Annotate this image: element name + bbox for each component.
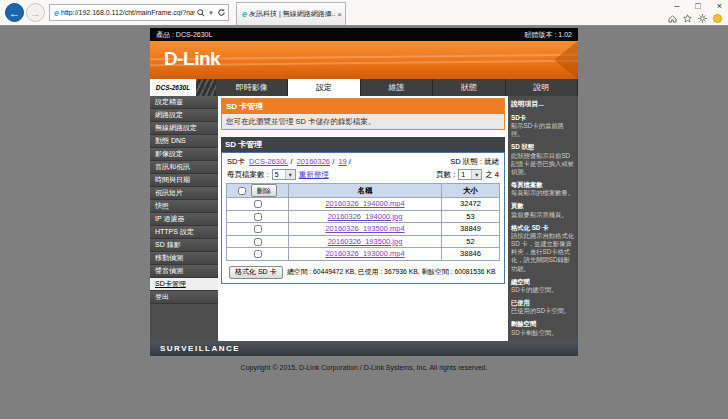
format-sd-button[interactable]: 格式化 SD 卡 <box>229 266 283 279</box>
breadcrumb-separator: / <box>332 157 334 166</box>
address-url[interactable]: http://192.168.0.112/cht/mainFrame.cgi?n… <box>61 9 195 16</box>
help-heading: 頁數 <box>511 202 575 210</box>
file-size: 53 <box>442 210 500 223</box>
favorites-star-icon[interactable] <box>683 14 692 23</box>
home-icon[interactable] <box>668 15 677 23</box>
search-icon[interactable] <box>197 9 205 17</box>
help-body: 已使用的SD卡空間。 <box>511 307 575 315</box>
help-heading: SD卡 <box>511 114 575 122</box>
row-checkbox[interactable] <box>254 225 262 233</box>
tab-maintenance[interactable]: 維護 <box>361 79 433 96</box>
breadcrumb-link-root[interactable]: DCS-2630L <box>249 157 288 166</box>
breadcrumb-prefix: SD卡 <box>227 157 245 166</box>
file-link[interactable]: 20160326_194000.mp4 <box>325 199 404 208</box>
row-checkbox[interactable] <box>254 250 262 258</box>
tab-setup[interactable]: 設定 <box>288 79 360 96</box>
breadcrumb-separator: / <box>290 157 292 166</box>
sidebar-item-dynamic-dns[interactable]: 動態 DNS <box>150 135 218 148</box>
dlink-banner: D-Link <box>150 41 578 79</box>
section-title: SD 卡管理 <box>221 137 505 152</box>
select-all-checkbox[interactable] <box>238 187 246 195</box>
file-link[interactable]: 20160326_193000.mp4 <box>325 249 404 258</box>
window-minimize-button[interactable]: – <box>674 1 679 11</box>
row-checkbox[interactable] <box>254 238 262 246</box>
browser-tab[interactable]: e 友訊科技 | 無線網路網路攝... × <box>236 2 346 25</box>
window-close-button[interactable]: × <box>717 1 722 11</box>
table-row: 20160326_193500.jpg 52 <box>227 235 500 248</box>
file-size: 32472 <box>442 198 500 211</box>
sd-management-panel: SD卡 DCS-2630L / 20160326 / 19 / SD 狀態 : … <box>221 152 505 284</box>
table-header-row: 刪除 名稱 大小 <box>227 184 500 198</box>
sidebar-item-ip-filter[interactable]: IP 過濾器 <box>150 213 218 226</box>
sd-status: SD 狀態 : 就緒 <box>450 157 499 167</box>
tab-help[interactable]: 說明 <box>506 79 578 96</box>
files-per-page-select[interactable]: 5 ▼ <box>272 169 296 180</box>
browser-forward-button[interactable]: → <box>26 3 45 22</box>
breadcrumb-link-date[interactable]: 20160326 <box>297 157 330 166</box>
sidebar-item-audio-video[interactable]: 音訊和視訊 <box>150 161 218 174</box>
file-size: 38846 <box>442 248 500 261</box>
sidebar-item-motion-detection[interactable]: 移動偵測 <box>150 252 218 265</box>
page-number-select[interactable]: 1 ▼ <box>458 169 482 180</box>
sidebar-item-video-clip[interactable]: 視訊短片 <box>150 187 218 200</box>
help-body: SD卡的總空間。 <box>511 286 575 294</box>
browser-back-button[interactable]: ← <box>5 3 24 22</box>
sidebar-menu: 設定精靈 網路設定 無線網路設定 動態 DNS 影像設定 音訊和視訊 時間與日期… <box>150 96 218 341</box>
help-body: 請按此圖示自動格式化SD 卡，並建立影像資料夾，進行SD卡格式化，請先關閉SD錄… <box>511 232 575 273</box>
help-body: 顯示SD卡的當前路徑。 <box>511 122 575 138</box>
firmware-label: 韌體版本 : 1.02 <box>525 30 572 40</box>
sidebar-item-sound-detection[interactable]: 聲音偵測 <box>150 265 218 278</box>
browser-chrome: ← → e http://192.168.0.112/cht/mainFrame… <box>0 0 728 26</box>
file-table: 刪除 名稱 大小 20160326_194000.mp4 32472 20160… <box>226 183 500 261</box>
sidebar-item-time-date[interactable]: 時間與日期 <box>150 174 218 187</box>
sidebar-item-image-setup[interactable]: 影像設定 <box>150 148 218 161</box>
sidebar-item-sd-management[interactable]: SD卡管理 <box>150 278 218 291</box>
page-of-label: 之 <box>485 170 493 180</box>
settings-gear-icon[interactable] <box>698 14 707 23</box>
help-panel: 說明項目... SD卡 顯示SD卡的當前路徑。 SD 狀態 此狀態會顯示目前SD… <box>508 96 578 341</box>
ie-icon: e <box>54 8 59 18</box>
row-checkbox[interactable] <box>254 213 262 221</box>
tab-close-icon[interactable]: × <box>337 10 342 19</box>
tab-status[interactable]: 狀態 <box>433 79 505 96</box>
file-link[interactable]: 20160326_193500.jpg <box>328 237 403 246</box>
main-content: SD 卡管理 您可在此瀏覽並管理 SD 卡儲存的錄影檔案。 SD 卡管理 SD卡… <box>218 96 508 341</box>
refresh-icon[interactable] <box>217 8 226 17</box>
feedback-smiley-icon[interactable] <box>713 14 722 23</box>
chevron-down-icon[interactable]: ▼ <box>471 170 481 179</box>
table-row: 20160326_194000.jpg 53 <box>227 210 500 223</box>
file-link[interactable]: 20160326_193500.mp4 <box>325 224 404 233</box>
sidebar-item-setup-wizard[interactable]: 設定精靈 <box>150 96 218 109</box>
stripes-decoration <box>196 79 216 96</box>
refresh-link[interactable]: 重新整理 <box>299 170 329 180</box>
chevron-down-icon[interactable]: ▼ <box>285 170 295 179</box>
window-maximize-button[interactable]: □ <box>695 1 700 11</box>
row-checkbox[interactable] <box>254 200 262 208</box>
file-link[interactable]: 20160326_194000.jpg <box>328 212 403 221</box>
address-dropdown-icon[interactable]: ▼ <box>208 10 214 16</box>
table-row: 20160326_193000.mp4 38846 <box>227 248 500 261</box>
file-size: 38849 <box>442 223 500 236</box>
sidebar-item-https[interactable]: HTTPS 設定 <box>150 226 218 239</box>
delete-button[interactable]: 刪除 <box>251 184 277 197</box>
sidebar-item-sd-recording[interactable]: SD 錄影 <box>150 239 218 252</box>
files-per-page-value: 5 <box>273 171 285 178</box>
banner-chevron <box>554 41 578 79</box>
capacity-totals: 總空間 : 60449472 KB, 已使用 : 367936 KB, 剩餘空間… <box>283 267 500 277</box>
page-description: 您可在此瀏覽並管理 SD 卡儲存的錄影檔案。 <box>222 114 504 129</box>
breadcrumb-link-hour[interactable]: 19 <box>338 157 346 166</box>
column-header-name: 名稱 <box>289 184 442 198</box>
tab-live-video[interactable]: 即時影像 <box>216 79 288 96</box>
browser-tab-title: 友訊科技 | 無線網路網路攝... <box>249 9 335 19</box>
help-heading: 每頁檔案數 <box>511 181 575 189</box>
sidebar-item-wireless-setup[interactable]: 無線網路設定 <box>150 122 218 135</box>
address-bar[interactable]: e http://192.168.0.112/cht/mainFrame.cgi… <box>49 4 229 21</box>
page-total: 4 <box>495 170 499 179</box>
product-label: 產品 : DCS-2630L <box>156 30 212 40</box>
sidebar-item-snapshot[interactable]: 快照 <box>150 200 218 213</box>
help-heading: 剩餘空間 <box>511 320 575 328</box>
help-heading: 總空間 <box>511 278 575 286</box>
sidebar-item-network-setup[interactable]: 網路設定 <box>150 109 218 122</box>
files-per-page-label: 每頁檔案數 : <box>227 170 269 180</box>
sidebar-item-logout[interactable]: 登出 <box>150 291 218 304</box>
